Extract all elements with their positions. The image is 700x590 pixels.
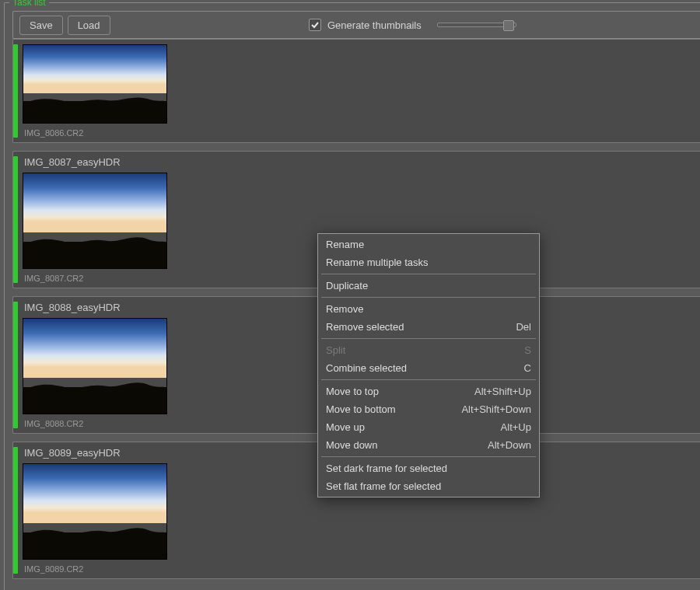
ctx-shortcut: Alt+Up <box>501 421 531 434</box>
task-title: IMG_8087_easyHDR <box>24 156 695 168</box>
task-thumbnail[interactable] <box>23 173 167 269</box>
ctx-set-dark-frame[interactable]: Set dark frame for selected <box>318 459 539 477</box>
ctx-move-bottom[interactable]: Move to bottom Alt+Shift+Down <box>318 400 539 418</box>
ctx-split: Split S <box>318 341 539 359</box>
toolbar-center: Generate thumbnails <box>309 19 516 31</box>
ctx-shortcut: S <box>524 344 531 357</box>
ctx-label: Duplicate <box>326 279 368 292</box>
ctx-separator <box>321 274 536 274</box>
ctx-remove-selected[interactable]: Remove selected Del <box>318 318 539 336</box>
ctx-move-down[interactable]: Move down Alt+Down <box>318 436 539 454</box>
task-thumbnail[interactable] <box>23 318 167 414</box>
ctx-remove[interactable]: Remove <box>318 300 539 318</box>
ctx-set-flat-frame[interactable]: Set flat frame for selected <box>318 477 539 495</box>
task-thumbnail[interactable] <box>23 463 167 560</box>
ctx-label: Split <box>326 344 345 357</box>
load-button[interactable]: Load <box>68 16 110 35</box>
ctx-label: Remove <box>326 302 363 316</box>
task-status-bar <box>13 447 18 574</box>
ctx-shortcut: C <box>524 361 531 375</box>
ctx-move-top[interactable]: Move to top Alt+Shift+Up <box>318 382 539 400</box>
task-image-name: IMG_8086.CR2 <box>24 128 695 138</box>
task-image-name: IMG_8089.CR2 <box>24 564 695 574</box>
ctx-combine-selected[interactable]: Combine selected C <box>318 359 539 377</box>
ctx-label: Rename <box>326 238 364 251</box>
toolbar: Save Load Generate thumbnails <box>12 11 700 39</box>
check-icon <box>310 20 320 30</box>
ctx-label: Set flat frame for selected <box>326 480 441 493</box>
ctx-label: Move to top <box>326 385 379 398</box>
ctx-shortcut: Alt+Shift+Down <box>461 403 531 416</box>
slider-thumb[interactable] <box>503 20 514 31</box>
task-body: IMG_8086.CR2 <box>23 44 695 138</box>
ctx-shortcut: Alt+Shift+Up <box>474 385 531 398</box>
task-status-bar <box>13 44 18 138</box>
ctx-rename[interactable]: Rename <box>318 236 539 253</box>
task-thumbnail[interactable] <box>23 44 167 124</box>
ctx-separator <box>321 338 536 339</box>
ctx-move-up[interactable]: Move up Alt+Up <box>318 418 539 436</box>
ctx-label: Rename multiple tasks <box>326 256 429 269</box>
task-status-bar <box>13 302 18 428</box>
ctx-separator <box>321 297 536 298</box>
save-button[interactable]: Save <box>19 16 63 35</box>
panel-title: Task list <box>9 0 49 8</box>
ctx-label: Set dark frame for selected <box>326 462 447 475</box>
ctx-separator <box>321 379 536 380</box>
ctx-shortcut: Alt+Down <box>488 438 531 452</box>
context-menu[interactable]: Rename Rename multiple tasks Duplicate R… <box>317 233 540 497</box>
thumbnail-size-slider[interactable] <box>437 23 516 27</box>
ctx-separator <box>321 456 536 457</box>
ctx-label: Move up <box>326 421 365 434</box>
generate-thumbnails-checkbox[interactable] <box>309 19 321 31</box>
ctx-label: Move down <box>326 438 377 452</box>
task-status-bar <box>13 156 18 283</box>
ctx-label: Combine selected <box>326 361 407 375</box>
ctx-label: Move to bottom <box>326 403 396 416</box>
task-row[interactable]: IMG_8086.CR2 <box>12 39 700 143</box>
ctx-duplicate[interactable]: Duplicate <box>318 277 539 295</box>
ctx-shortcut: Del <box>516 320 531 333</box>
generate-thumbnails-label: Generate thumbnails <box>327 19 422 31</box>
ctx-rename-multiple[interactable]: Rename multiple tasks <box>318 253 539 271</box>
ctx-label: Remove selected <box>326 320 404 333</box>
